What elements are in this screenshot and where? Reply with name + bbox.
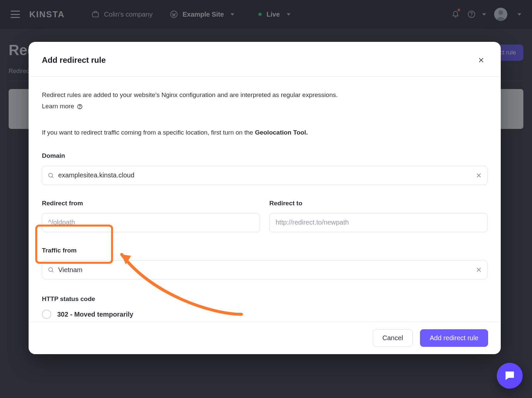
svg-point-9 <box>49 268 53 272</box>
modal-description: Redirect rules are added to your website… <box>42 90 487 100</box>
traffic-from-input[interactable] <box>58 260 471 279</box>
svg-point-7 <box>80 108 80 108</box>
modal-header: Add redirect rule <box>29 42 501 77</box>
cancel-button[interactable]: Cancel <box>373 329 413 347</box>
geo-tool-link[interactable]: Geolocation Tool. <box>255 129 308 136</box>
field-http-status: HTTP status code 302 - Moved temporarily… <box>42 294 487 322</box>
svg-point-8 <box>49 173 53 177</box>
redirect-from-label: Redirect from <box>42 198 260 208</box>
modal-footer: Cancel Add redirect rule <box>29 322 501 354</box>
domain-input-wrap[interactable] <box>42 166 487 185</box>
field-domain: Domain <box>42 151 487 185</box>
redirect-from-input[interactable] <box>48 213 254 232</box>
traffic-from-label: Traffic from <box>42 246 487 255</box>
field-traffic-from: Traffic from <box>42 246 487 279</box>
field-redirect-to: Redirect to <box>269 198 487 232</box>
search-icon <box>48 266 54 273</box>
search-icon <box>48 172 54 179</box>
chat-button[interactable] <box>497 363 523 389</box>
modal-title: Add redirect rule <box>42 55 106 65</box>
geolocation-note: If you want to redirect traffic coming f… <box>42 128 487 138</box>
traffic-from-wrap[interactable] <box>42 260 487 279</box>
redirect-from-wrap[interactable] <box>42 213 260 232</box>
redirect-to-label: Redirect to <box>269 198 487 208</box>
domain-label: Domain <box>42 151 487 161</box>
radio-icon[interactable] <box>42 310 51 319</box>
close-icon[interactable] <box>475 54 487 66</box>
add-redirect-button[interactable]: Add redirect rule <box>420 329 488 347</box>
external-link-icon <box>77 104 83 110</box>
clear-icon[interactable] <box>475 172 482 179</box>
status-code-label: HTTP status code <box>42 294 487 304</box>
redirect-to-input[interactable] <box>276 213 481 232</box>
field-redirect-from: Redirect from <box>42 198 260 232</box>
clear-icon[interactable] <box>475 266 482 273</box>
redirect-to-wrap[interactable] <box>269 213 487 232</box>
geo-note-prefix: If you want to redirect traffic coming f… <box>42 129 255 136</box>
learn-more-label: Learn more <box>42 101 74 111</box>
modal-body: Redirect rules are added to your website… <box>29 77 501 322</box>
radio-302[interactable]: 302 - Moved temporarily <box>42 309 487 320</box>
learn-more-link[interactable]: Learn more <box>42 101 83 111</box>
add-redirect-modal: Add redirect rule Redirect rules are add… <box>29 42 501 354</box>
radio-302-label: 302 - Moved temporarily <box>57 309 133 320</box>
domain-input[interactable] <box>58 166 471 185</box>
